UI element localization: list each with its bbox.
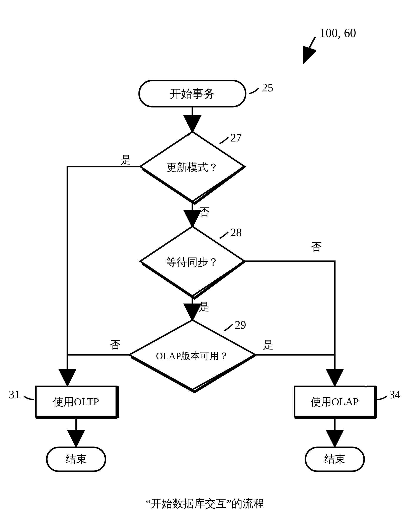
start-ref: 25: [262, 81, 273, 94]
decision-olap-ref: 29: [235, 319, 246, 331]
process-olap: 使用OLAP 34: [295, 386, 401, 418]
end-left-label: 结束: [66, 453, 87, 465]
edge-label-olap-no: 否: [110, 339, 120, 351]
process-olap-ref: 34: [389, 388, 401, 401]
process-oltp-ref: 31: [9, 388, 20, 401]
edge-label-update-yes: 是: [121, 154, 131, 165]
end-right-label: 结束: [324, 453, 345, 465]
decision-olap-available: OLAP版本可用？ 29: [129, 319, 255, 392]
process-olap-label: 使用OLAP: [311, 396, 359, 408]
start-node: 开始事务 25: [139, 81, 273, 107]
process-oltp: 使用OLTP 31: [9, 386, 117, 418]
edge-label-update-no: 否: [199, 206, 209, 218]
decision-update-mode: 更新模式？ 27: [140, 132, 245, 204]
edge-label-olap-yes: 是: [263, 339, 273, 351]
end-node-right: 结束: [305, 447, 364, 471]
figure-ref: 100, 60: [303, 26, 356, 63]
decision-sync-ref: 28: [230, 226, 242, 238]
decision-olap-label: OLAP版本可用？: [156, 351, 229, 361]
edge-label-sync-yes: 是: [199, 301, 209, 312]
decision-sync-label: 等待同步？: [166, 256, 219, 268]
flowchart: 100, 60 开始事务 25 更新模式？ 27 是 否 等待同步？ 28 否 …: [0, 0, 410, 532]
caption: “开始数据库交互”的流程: [146, 497, 264, 510]
decision-update-ref: 27: [230, 132, 242, 144]
figure-ref-text: 100, 60: [319, 26, 356, 40]
decision-wait-sync: 等待同步？ 28: [140, 226, 245, 298]
decision-update-label: 更新模式？: [166, 162, 219, 173]
start-label: 开始事务: [170, 87, 215, 100]
process-oltp-label: 使用OLTP: [53, 396, 99, 408]
edge-label-sync-no: 否: [311, 241, 321, 253]
end-node-left: 结束: [47, 447, 105, 471]
